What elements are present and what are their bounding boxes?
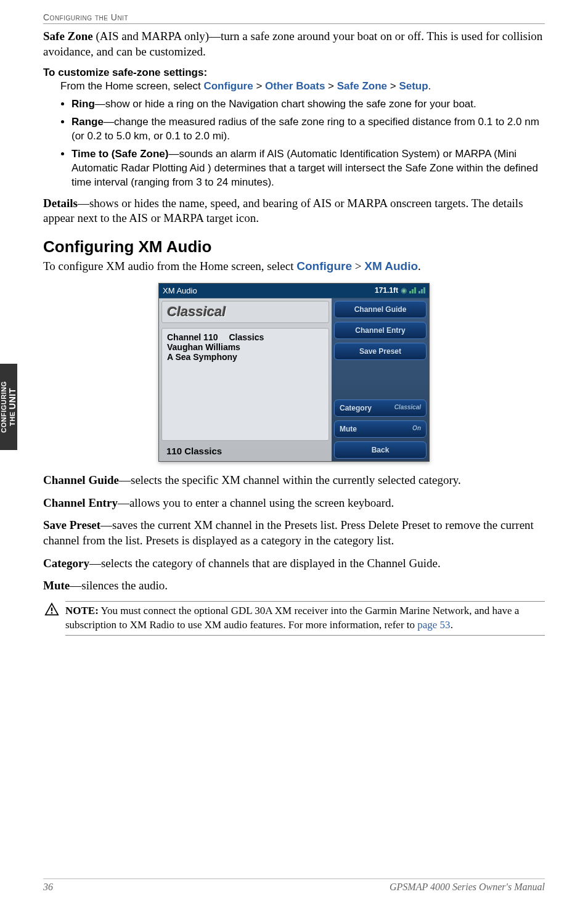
- channel-guide-button[interactable]: Channel Guide: [334, 301, 427, 318]
- satellite-icon: ◉: [401, 286, 407, 295]
- channel-entry-button[interactable]: Channel Entry: [334, 322, 427, 339]
- xm-heading: Configuring XM Audio: [43, 237, 545, 256]
- ss-titlebar: XM Audio 171.1ft ◉: [159, 284, 429, 298]
- ss-measure: 171.1ft: [375, 286, 398, 295]
- page-number: 36: [43, 882, 53, 893]
- manual-title: GPSMAP 4000 Series Owner's Manual: [390, 882, 545, 893]
- safezone-bullets: Ring—show or hide a ring on the Navigati…: [71, 97, 545, 190]
- xm-path-configure: Configure: [296, 260, 352, 272]
- signal-icon-2: [419, 287, 425, 293]
- page-header-section: Configuring the Unit: [43, 12, 545, 22]
- note-row: NOTE: You must connect the optional GDL …: [43, 601, 545, 636]
- path-intro: From the Home screen, select: [60, 80, 203, 92]
- ss-header-right: 171.1ft ◉: [375, 286, 425, 295]
- customize-path: From the Home screen, select Configure >…: [60, 79, 545, 94]
- xm-path-audio: XM Audio: [364, 260, 418, 272]
- mute-desc: Mute—silences the audio.: [43, 578, 545, 594]
- save-preset-desc: Save Preset—saves the current XM channel…: [43, 518, 545, 548]
- ss-category-banner: Classical: [161, 301, 329, 323]
- channel-entry-desc: Channel Entry—allows you to enter a chan…: [43, 496, 545, 511]
- page-footer: 36 GPSMAP 4000 Series Owner's Manual: [43, 878, 545, 893]
- ss-title: XM Audio: [163, 286, 197, 295]
- svg-rect-2: [51, 607, 52, 611]
- ss-channel-cat: Classics: [229, 332, 264, 342]
- ss-now-playing: Channel 110Classics Vaughan Williams A S…: [161, 328, 329, 441]
- details-desc: —shows or hides the name, speed, and bea…: [43, 197, 523, 225]
- path-setup: Setup: [399, 80, 428, 92]
- details-paragraph: Details—shows or hides the name, speed, …: [43, 196, 545, 226]
- ss-bottom-label: 110 Classics: [161, 443, 329, 459]
- svg-rect-3: [51, 612, 52, 613]
- category-button[interactable]: CategoryClassical: [334, 399, 427, 417]
- safezone-title-rest: (AIS and MARPA only)—turn a safe zone ar…: [43, 30, 542, 58]
- safezone-paragraph: Safe Zone (AIS and MARPA only)—turn a sa…: [43, 29, 545, 59]
- ss-left-pane: Classical Channel 110Classics Vaughan Wi…: [159, 298, 332, 461]
- ss-right-pane: Channel Guide Channel Entry Save Preset …: [332, 298, 429, 461]
- ss-artist: Vaughan Williams: [167, 342, 324, 352]
- signal-icon: [409, 287, 416, 293]
- category-desc: Category—selects the category of channel…: [43, 556, 545, 571]
- page: Configuring the Unit Configuring the Uni…: [0, 0, 588, 905]
- ss-channel: Channel 110: [167, 332, 218, 342]
- bullet-ring: Ring—show or hide a ring on the Navigati…: [71, 97, 545, 112]
- channel-guide-desc: Channel Guide—selects the specific XM ch…: [43, 473, 545, 488]
- mute-button[interactable]: MuteOn: [334, 420, 427, 438]
- sidebar-line1: Configuring: [0, 381, 7, 433]
- bullet-time: Time to (Safe Zone)—sounds an alarm if A…: [71, 147, 545, 190]
- warning-icon: [43, 601, 60, 618]
- customize-heading: To customize safe-zone settings:: [43, 67, 545, 79]
- path-configure: Configure: [203, 80, 253, 92]
- ss-spacer: [334, 364, 427, 396]
- bullet-range: Range—change the measured radius of the …: [71, 115, 545, 144]
- back-button[interactable]: Back: [334, 441, 427, 459]
- header-divider: [43, 23, 545, 24]
- safezone-title: Safe Zone: [43, 30, 93, 43]
- sidebar-tab: Configuring the Unit: [0, 364, 17, 450]
- note-text: NOTE: You must connect the optional GDL …: [65, 601, 545, 636]
- ss-track: A Sea Symphony: [167, 352, 324, 362]
- xm-screenshot: XM Audio 171.1ft ◉ Classical Channel 110…: [158, 283, 430, 462]
- sidebar-line3: Unit: [7, 388, 17, 409]
- xm-intro: To configure XM audio from the Home scre…: [43, 259, 545, 274]
- path-safe-zone: Safe Zone: [337, 80, 387, 92]
- ss-body: Classical Channel 110Classics Vaughan Wi…: [159, 298, 429, 461]
- details-name: Details: [43, 197, 78, 210]
- note-link[interactable]: page 53: [417, 619, 450, 631]
- sidebar-line2: the: [9, 411, 16, 426]
- save-preset-button[interactable]: Save Preset: [334, 343, 427, 360]
- path-other-boats: Other Boats: [265, 80, 325, 92]
